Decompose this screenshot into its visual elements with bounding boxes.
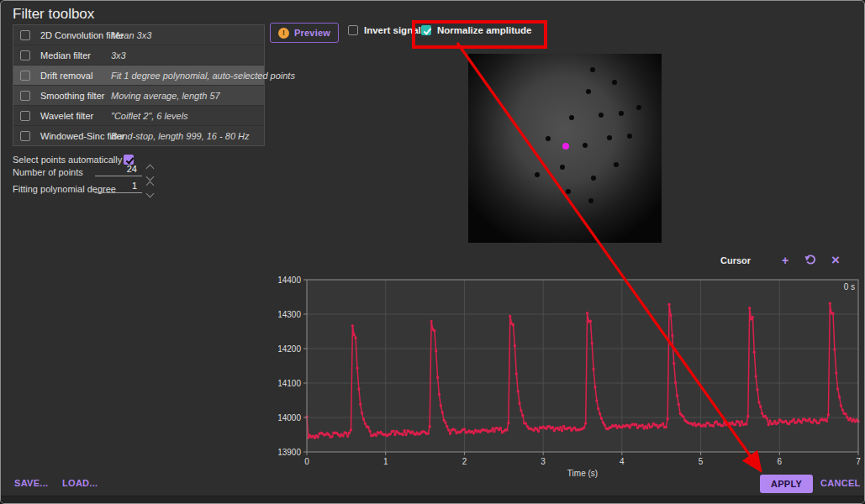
measurement-point[interactable]: [591, 176, 596, 181]
filter-name: Smoothing filter: [40, 91, 104, 101]
filter-name: Drift removal: [40, 71, 92, 81]
number-of-points-input[interactable]: 24: [95, 164, 142, 176]
measurement-point[interactable]: [569, 115, 574, 120]
measurement-point[interactable]: [588, 198, 593, 203]
add-cursor-icon[interactable]: +: [773, 255, 798, 266]
measurement-point[interactable]: [535, 172, 540, 177]
invert-signals-checkbox[interactable]: [348, 25, 358, 35]
step-down-icon[interactable]: [146, 190, 155, 198]
filter-desc: Band-stop, length 999, 16 - 80 Hz: [111, 131, 250, 141]
preview-button[interactable]: ! Preview: [270, 23, 339, 43]
svg-text:13900: 13900: [278, 448, 301, 457]
filter-toolbox-dialog: Filter toolbox 2D Convolution filter Mea…: [0, 0, 865, 504]
measurement-point[interactable]: [627, 134, 632, 139]
remove-cursor-icon[interactable]: ×: [823, 255, 848, 266]
svg-text:3: 3: [541, 457, 546, 466]
measurement-point[interactable]: [586, 89, 591, 94]
measurement-point[interactable]: [560, 165, 565, 170]
step-down-icon[interactable]: [146, 173, 155, 181]
measurement-point[interactable]: [612, 80, 617, 85]
filter-desc: Moving average, length 57: [111, 91, 220, 101]
filter-checkbox[interactable]: [20, 91, 30, 101]
svg-text:6: 6: [778, 457, 783, 466]
filter-checkbox[interactable]: [20, 131, 30, 141]
filter-desc: Fit 1 degree polynomial, auto-selected p…: [111, 71, 295, 81]
svg-text:5: 5: [699, 457, 704, 466]
measurement-point[interactable]: [583, 143, 588, 148]
filter-desc: 3x3: [111, 50, 126, 60]
filter-row[interactable]: Median filter 3x3: [13, 45, 264, 66]
cursor-toolbar: Cursor + ×: [720, 254, 848, 266]
fitting-degree-input[interactable]: 1: [95, 181, 142, 193]
undo-icon[interactable]: [798, 254, 823, 266]
filter-checkbox[interactable]: [20, 71, 30, 81]
apply-button[interactable]: APPLY: [760, 475, 813, 493]
measurement-point[interactable]: [619, 111, 624, 116]
number-of-points-stepper[interactable]: [147, 165, 153, 180]
normalize-amplitude-label: Normalize amplitude: [437, 25, 531, 35]
number-of-points-label: Number of points: [13, 167, 83, 177]
filter-row[interactable]: Wavelet filter "Coiflet 2", 6 levels: [13, 106, 264, 126]
measurement-point[interactable]: [546, 136, 551, 141]
filter-name: Wavelet filter: [40, 111, 93, 121]
normalize-amplitude-option[interactable]: Normalize amplitude: [421, 25, 531, 35]
cancel-button[interactable]: CANCEL: [820, 478, 861, 488]
svg-text:14300: 14300: [278, 310, 301, 319]
filter-list: 2D Convolution filter Mean 3x3 Median fi…: [13, 24, 265, 146]
filter-name: Median filter: [40, 50, 91, 60]
step-up-icon[interactable]: [146, 181, 155, 190]
filter-checkbox[interactable]: [20, 50, 30, 60]
svg-text:14100: 14100: [278, 379, 301, 388]
tissue-image-view[interactable]: [468, 54, 662, 243]
svg-text:14400: 14400: [278, 276, 301, 285]
filter-row[interactable]: Smoothing filter Moving average, length …: [13, 86, 264, 106]
filter-row[interactable]: 2D Convolution filter Mean 3x3: [13, 25, 264, 45]
invert-signals-option[interactable]: Invert signals: [348, 25, 426, 35]
load-button[interactable]: LOAD...: [62, 478, 98, 488]
save-button[interactable]: SAVE...: [14, 478, 48, 488]
measurement-point[interactable]: [599, 113, 604, 118]
filter-row[interactable]: Drift removal Fit 1 degree polynomial, a…: [13, 66, 264, 86]
filter-row[interactable]: Windowed-Sinc filter Band-stop, length 9…: [13, 126, 264, 145]
page-title: Filter toolbox: [13, 6, 94, 23]
svg-text:0 s: 0 s: [844, 282, 855, 291]
svg-text:14200: 14200: [278, 344, 301, 354]
measurement-point[interactable]: [590, 67, 595, 72]
selected-measurement-point[interactable]: [562, 143, 569, 150]
normalize-amplitude-checkbox[interactable]: [421, 25, 431, 35]
measurement-point[interactable]: [566, 189, 571, 194]
preview-button-label: Preview: [294, 28, 330, 38]
measurement-point[interactable]: [614, 162, 619, 167]
filter-checkbox[interactable]: [20, 111, 30, 121]
filter-desc: "Coiflet 2", 6 levels: [111, 111, 188, 121]
svg-text:4: 4: [620, 457, 625, 466]
invert-signals-label: Invert signals: [364, 25, 426, 35]
bottom-strip: [1, 496, 864, 503]
svg-text:2: 2: [462, 457, 467, 466]
measurement-point[interactable]: [607, 135, 612, 140]
svg-text:7: 7: [856, 457, 861, 466]
signal-chart[interactable]: 13900140001410014200143001440001234567Ti…: [278, 268, 865, 480]
svg-text:0: 0: [304, 457, 309, 466]
measurement-point[interactable]: [636, 105, 641, 110]
svg-text:Time (s): Time (s): [567, 469, 598, 478]
step-up-icon[interactable]: [146, 165, 155, 173]
fitting-degree-stepper[interactable]: [147, 182, 153, 197]
filter-checkbox[interactable]: [20, 30, 30, 40]
filter-desc: Mean 3x3: [111, 30, 151, 40]
cursor-label: Cursor: [720, 255, 751, 265]
warning-icon: !: [278, 28, 289, 39]
svg-text:1: 1: [383, 457, 388, 466]
svg-text:14000: 14000: [278, 413, 301, 423]
